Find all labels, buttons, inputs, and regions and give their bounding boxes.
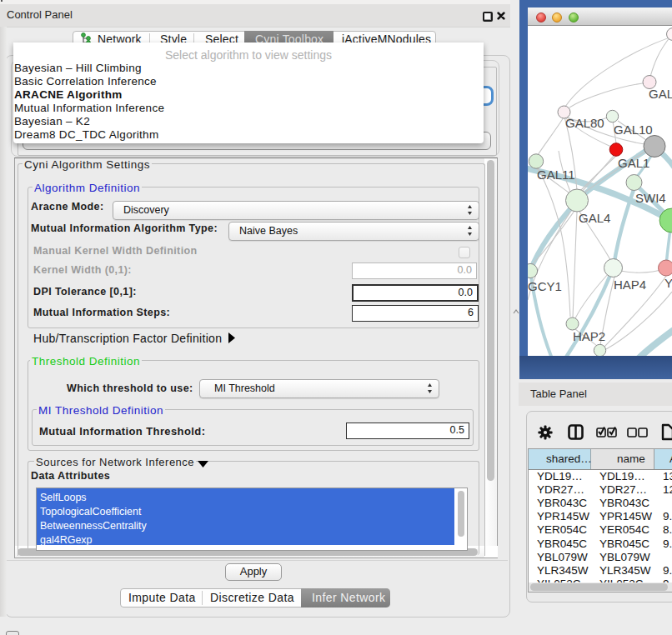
svg-text:GCY1: GCY1 (528, 279, 562, 293)
svg-text:HAP2: HAP2 (573, 329, 605, 343)
svg-text:GAL80: GAL80 (565, 116, 604, 130)
svg-text:GAL11: GAL11 (537, 168, 575, 182)
svg-text:Y: Y (664, 276, 672, 290)
svg-text:HAP4: HAP4 (614, 278, 646, 292)
svg-text:SWI4: SWI4 (635, 191, 666, 205)
svg-text:GAL7: GAL7 (649, 87, 672, 101)
svg-text:GAL1: GAL1 (618, 156, 649, 170)
svg-text:GAL10: GAL10 (614, 122, 653, 137)
svg-text:GAL4: GAL4 (579, 211, 610, 225)
